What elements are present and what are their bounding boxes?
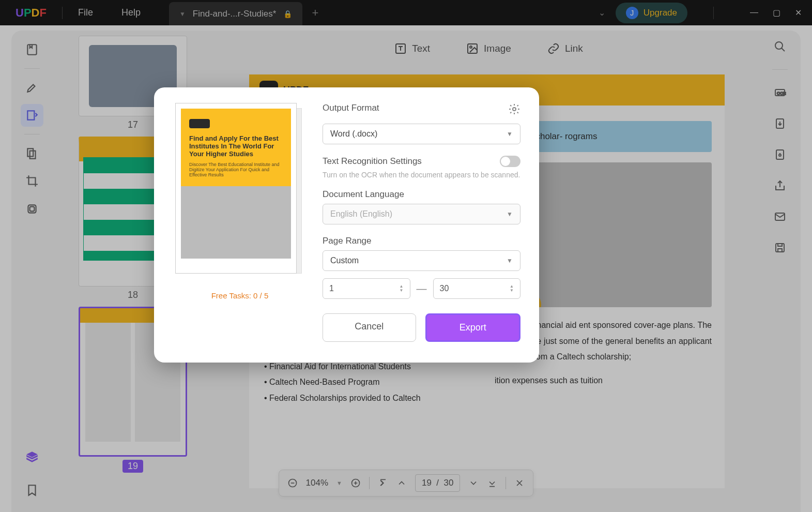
modal-form: Output Format Word (.docx) ▼ Text Recogn… (323, 103, 520, 342)
preview-logo-icon (189, 119, 210, 128)
free-tasks-label: Free Tasks: 0 / 5 (211, 291, 269, 300)
spinner-icons[interactable]: ▲▼ (510, 284, 514, 293)
preview-image (181, 186, 291, 259)
gear-icon[interactable] (508, 103, 520, 117)
spinner-icons[interactable]: ▲▼ (400, 284, 404, 293)
chevron-down-icon: ▼ (507, 130, 513, 138)
preview-title: Find and Apply For the Best Institutes I… (189, 134, 283, 158)
output-format-label: Output Format (323, 103, 379, 113)
export-button[interactable]: Export (425, 313, 521, 342)
page-range-label: Page Range (323, 236, 520, 246)
chevron-down-icon: ▼ (507, 257, 513, 264)
output-format-select[interactable]: Word (.docx) ▼ (323, 124, 520, 144)
modal-preview: Find and Apply For the Best Institutes I… (173, 103, 307, 342)
range-to-input[interactable]: 30 ▲▼ (433, 278, 521, 299)
language-select[interactable]: English (English) ▼ (323, 204, 520, 224)
svg-point-19 (513, 108, 516, 111)
ocr-label: Text Recognition Settings (323, 156, 422, 167)
export-modal: Find and Apply For the Best Institutes I… (154, 87, 539, 363)
ocr-hint: Turn on the OCR when the document appear… (323, 170, 520, 180)
language-label: Document Language (323, 189, 520, 200)
range-from-input[interactable]: 1 ▲▼ (323, 278, 410, 299)
range-dash: — (417, 283, 427, 295)
preview-subtitle: Discover The Best Educational Institute … (189, 162, 283, 177)
modal-overlay: Find and Apply For the Best Institutes I… (0, 0, 812, 512)
ocr-toggle[interactable] (500, 156, 520, 167)
chevron-down-icon: ▼ (507, 210, 513, 218)
cancel-button[interactable]: Cancel (323, 313, 416, 342)
page-range-select[interactable]: Custom ▼ (323, 250, 520, 271)
